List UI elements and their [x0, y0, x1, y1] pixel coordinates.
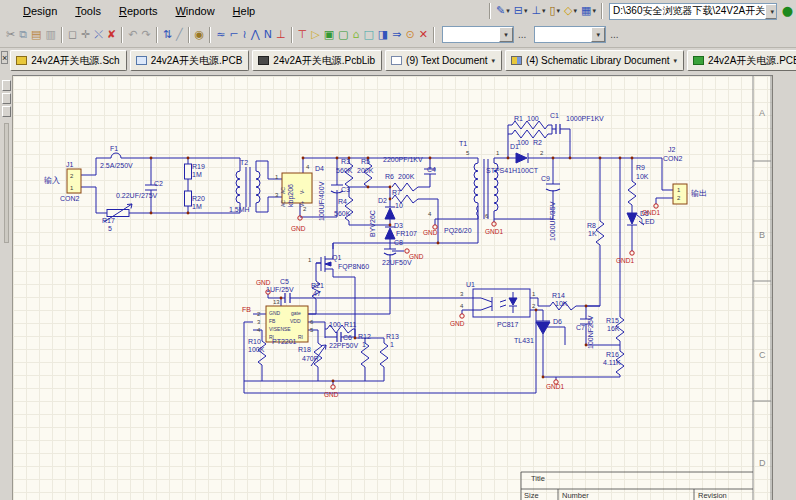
gate-part-icon[interactable]: ▷	[309, 26, 321, 44]
port-icon[interactable]: ⇒	[390, 26, 403, 44]
resistor-R15[interactable]	[616, 317, 624, 341]
controller-ic-PT2201[interactable]	[266, 306, 308, 342]
capacitor-C4[interactable]	[424, 169, 436, 174]
document-path-combo[interactable]: D:\360安全浏览器下载\24V2A开关 ▾	[609, 3, 777, 20]
panel-splitter[interactable]	[4, 123, 9, 243]
net-label-icon[interactable]: N	[262, 26, 274, 44]
cut-icon[interactable]: ✂	[4, 26, 17, 44]
menu-reports[interactable]: Reports	[110, 3, 167, 19]
part-tools-icon[interactable]: ▯▾	[548, 2, 563, 20]
power-ports[interactable]	[266, 204, 658, 389]
paste-special-icon[interactable]: ▥	[43, 26, 57, 44]
resistor-R7[interactable]	[392, 195, 418, 203]
resistor-R9[interactable]	[628, 181, 636, 205]
dropdown-arrow-icon[interactable]: ▾	[542, 7, 546, 15]
dropdown-arrow-icon[interactable]: ▾	[673, 57, 677, 65]
part-place-icon[interactable]: ⊙	[403, 26, 416, 44]
tab-schematic-doc[interactable]: 24v2A开关电源.Sch	[10, 50, 126, 71]
resistor-R20[interactable]	[185, 191, 192, 206]
thermistor-R17[interactable]	[104, 204, 132, 222]
rect-tool-icon[interactable]: □	[361, 26, 375, 44]
capacitor-C2[interactable]	[145, 185, 157, 190]
browse-button-1[interactable]: ...	[518, 29, 526, 40]
stimulus-icon[interactable]: ≀	[241, 26, 249, 44]
resistor-R12[interactable]	[361, 343, 369, 367]
vcc-power-port-icon[interactable]: ⊤	[296, 26, 310, 44]
toolbar-combo-1[interactable]: ▾	[442, 26, 514, 43]
delete-icon[interactable]: ✕	[417, 26, 430, 44]
dropdown-arrow-icon[interactable]: ▾	[492, 57, 496, 65]
sheet-entry-icon[interactable]: ◨	[376, 26, 390, 44]
tab-schematic-library-documents[interactable]: (4) Schematic Library Document ▾	[505, 50, 684, 71]
resistor-R11[interactable]	[327, 325, 353, 333]
transformer-T1[interactable]	[474, 159, 498, 219]
ground-icon[interactable]: ⊥	[274, 26, 288, 44]
sheet-symbol-icon[interactable]: ▢	[336, 26, 350, 44]
diode-D2[interactable]	[385, 207, 395, 219]
resistor-R2[interactable]	[508, 130, 552, 138]
connector-J2[interactable]	[673, 184, 687, 204]
redo-icon[interactable]: ↷	[140, 26, 153, 44]
optocoupler-U1[interactable]	[473, 289, 530, 317]
left-strip-button[interactable]	[2, 93, 11, 104]
capacitor-C6[interactable]	[337, 332, 341, 342]
copy-icon[interactable]: ⧉	[17, 26, 29, 44]
panel-close-button[interactable]: ×	[1, 51, 8, 64]
resistor-R3[interactable]	[345, 163, 353, 187]
dropdown-arrow-icon[interactable]: ▾	[574, 7, 578, 15]
cross-probe-icon[interactable]: ⤬	[92, 26, 105, 44]
menu-help[interactable]: Help	[224, 3, 265, 19]
resistor-R14[interactable]	[550, 302, 576, 310]
menu-design[interactable]: Design	[14, 3, 66, 19]
resistor-R21[interactable]	[312, 281, 320, 299]
tab-pcb-doc-2[interactable]: 24v2A开关电源.PCB	[687, 50, 796, 71]
resistor-R4[interactable]	[345, 197, 353, 221]
bus-tools-icon[interactable]: ⊟▾	[512, 2, 530, 20]
resistor-R13[interactable]	[380, 343, 388, 367]
junction-tools-icon[interactable]: ◇▾	[562, 2, 579, 20]
probe-icon[interactable]: ⌐	[227, 26, 240, 44]
dropdown-arrow-icon[interactable]: ▾	[506, 7, 510, 15]
capacitor-C7[interactable]	[580, 319, 592, 324]
browse-button-2[interactable]: ...	[610, 29, 618, 40]
left-strip-button[interactable]	[2, 106, 11, 117]
resistor-R1[interactable]	[508, 121, 552, 129]
resistor-R19[interactable]	[185, 164, 192, 179]
clear-filter-icon[interactable]: ✘	[105, 26, 118, 44]
shape-tools-icon[interactable]: ⌂	[350, 26, 361, 44]
capacitor-C1[interactable]	[556, 124, 560, 134]
find-icon[interactable]: ◉	[193, 26, 207, 44]
power-port-tools-icon[interactable]: ⊥▾	[529, 2, 547, 20]
menu-window[interactable]: Window	[166, 3, 223, 19]
dropdown-arrow-icon[interactable]: ▾	[499, 27, 513, 42]
led-D5[interactable]	[627, 213, 644, 225]
resistor-R8[interactable]	[596, 221, 604, 245]
connector-J1[interactable]	[67, 169, 81, 193]
dropdown-arrow-icon[interactable]: ▾	[592, 7, 596, 15]
diode-D1[interactable]	[516, 153, 528, 163]
tab-text-documents[interactable]: (9) Text Document ▾	[385, 50, 502, 71]
dropdown-arrow-icon[interactable]: ▾	[524, 7, 528, 15]
paste-icon[interactable]: ▤	[29, 26, 43, 44]
dropdown-arrow-icon[interactable]: ▾	[591, 27, 605, 42]
move-icon[interactable]: ✛	[79, 26, 92, 44]
go-button-icon[interactable]: ●	[780, 4, 795, 19]
wiring-tools-icon[interactable]: ✎▾	[494, 2, 512, 20]
reorder-icon[interactable]: ⇅	[161, 26, 174, 44]
transformer-T2[interactable]	[236, 167, 260, 207]
potentiometer-R18[interactable]	[311, 343, 326, 367]
tab-pcblib-doc[interactable]: 24v2A开关电源.PcbLib	[252, 50, 382, 71]
dropdown-arrow-icon[interactable]: ▾	[557, 7, 561, 15]
undo-icon[interactable]: ↶	[126, 26, 139, 44]
select-area-icon[interactable]: ◻	[66, 26, 79, 44]
tab-pcb-doc[interactable]: 24v2A开关电源.PCB	[130, 50, 250, 71]
peak-icon[interactable]: ⋀	[249, 26, 262, 44]
capacitor-C9[interactable]	[546, 184, 560, 191]
menu-tools[interactable]: Tools	[66, 3, 110, 19]
grid-tools-icon[interactable]: ▦▾	[579, 2, 598, 20]
schematic-canvas[interactable]: J1CON2输入21F12.5A/250VC20.22UF/275VR191MR…	[13, 75, 772, 500]
toolbar-combo-2[interactable]: ▾	[534, 26, 606, 43]
dropdown-arrow-icon[interactable]: ▾	[765, 4, 777, 19]
wires[interactable]	[81, 125, 673, 393]
mosfet-Q1[interactable]	[316, 256, 331, 272]
